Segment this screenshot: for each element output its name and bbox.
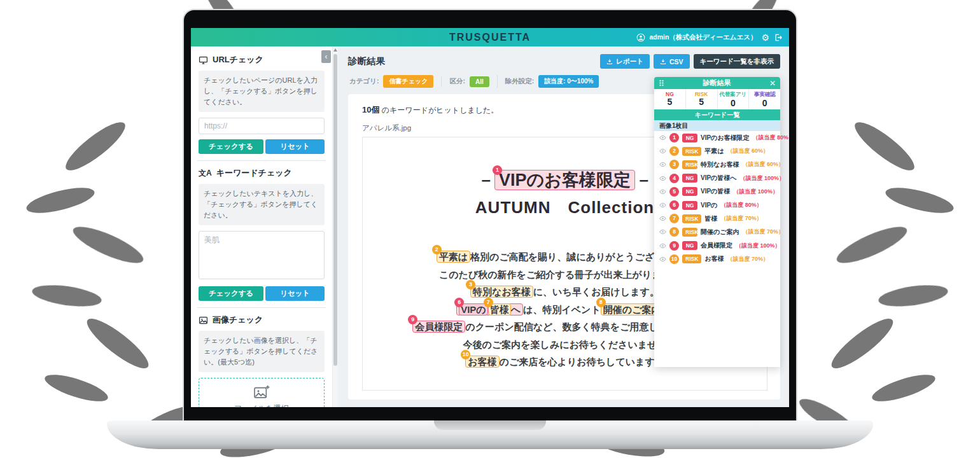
keyword-score: （該当度 60%） <box>727 147 769 155</box>
eye-icon[interactable] <box>659 228 666 235</box>
keyword-text: お客様 <box>704 254 724 263</box>
image-check-description: チェックしたい画像を選択し、「チェックする」ボタンを押してください。(最大5つ迄… <box>199 331 325 372</box>
close-icon[interactable]: ✕ <box>769 80 776 87</box>
user-name: admin（株式会社ディーエムエス） <box>650 33 757 42</box>
keyword-text: 皆様 <box>704 214 717 223</box>
scrollbar-up-arrow[interactable] <box>333 48 337 52</box>
eye-icon[interactable] <box>659 161 666 168</box>
keyword-check-title: キーワードチェック <box>216 167 292 179</box>
keyword-row: 9 NG 会員様限定 （該当度 100%） <box>654 239 780 253</box>
keyword-score: （該当度 100%） <box>736 242 781 250</box>
stat-alternative-value: 0 <box>718 99 749 108</box>
eye-icon[interactable] <box>659 202 666 209</box>
keyword-row: 8 RISK 開催のご案内 （該当度 70%） <box>654 225 780 239</box>
image-icon <box>199 316 208 325</box>
laptop-bezel: TRUSQUETTA admin（株式会社ディーエムエス） ⚙ ‹ <box>183 9 797 422</box>
keyword-score: （該当度 100%） <box>740 174 785 183</box>
keyword-row: 1 NG VIPのお客様限定 （該当度 80%） <box>654 131 780 144</box>
user-icon <box>636 33 645 42</box>
keyword-number: 9 <box>669 241 679 251</box>
keyword-row: 7 RISK 皆様 （該当度 70%） <box>654 212 780 225</box>
eye-icon[interactable] <box>659 175 666 182</box>
keyword-row: 5 NG VIPの皆様 （該当度 100%） <box>654 185 780 198</box>
keyword-text: 開催のご案内 <box>701 228 739 237</box>
type-badge: NG <box>682 201 697 210</box>
type-badge: NG <box>682 174 697 183</box>
csv-button[interactable]: CSV <box>654 54 690 69</box>
eye-icon[interactable] <box>659 148 666 155</box>
sidebar: ‹ URLチェック チェックしたいページのURLを入力し、「チェックする」ボタン… <box>191 46 332 407</box>
url-check-button[interactable]: チェックする <box>199 139 263 154</box>
keyword-check-button[interactable]: チェックする <box>199 286 263 301</box>
sidebar-scrollbar[interactable] <box>332 46 338 407</box>
gear-icon[interactable]: ⚙ <box>761 33 769 42</box>
keyword-badge-1[interactable]: 1 <box>493 165 502 175</box>
keyword-badge-2[interactable]: 2 <box>432 245 442 254</box>
keyword-badge-7[interactable]: 7 <box>484 298 493 307</box>
logout-icon[interactable] <box>774 33 783 42</box>
keyword-badge-6[interactable]: 6 <box>454 298 464 307</box>
keyword-number: 1 <box>669 133 679 142</box>
stat-ng-value: 5 <box>654 97 685 107</box>
keyword-text: VIPの <box>701 201 717 210</box>
image-check-section: 画像チェック チェックしたい画像を選択し、「チェックする」ボタンを押してください… <box>199 314 325 407</box>
division-filter-badge[interactable]: All <box>470 76 489 87</box>
image-group-title: 画像1枚目 <box>654 120 780 131</box>
keyword-score: （該当度 60%） <box>742 160 784 169</box>
eye-icon[interactable] <box>659 215 666 222</box>
exclusion-filter-label: 除外設定: <box>505 77 535 86</box>
type-badge: NG <box>682 134 697 142</box>
url-check-title: URLチェック <box>213 54 263 66</box>
keyword-check-description: チェックしたいテキストを入力し、「チェックする」ボタンを押してください。 <box>199 184 325 225</box>
keyword-reset-button[interactable]: リセット <box>265 286 325 301</box>
translate-icon: 文A <box>199 168 212 179</box>
keyword-text: 平素は <box>704 147 724 156</box>
url-reset-button[interactable]: リセット <box>265 139 325 154</box>
laptop-notch <box>434 420 546 430</box>
panel-title: 診断結果 <box>664 78 769 88</box>
keyword-score: （該当度 100%） <box>733 188 778 196</box>
keyword-check-section: 文A キーワードチェック チェックしたいテキストを入力し、「チェックする」ボタン… <box>199 167 325 301</box>
keyword-score: （該当度 70%） <box>742 228 784 236</box>
type-badge: RISK <box>682 160 697 169</box>
url-check-section: URLチェック チェックしたいページのURLを入力し、「チェックする」ボタンを押… <box>199 54 325 154</box>
keyword-number: 4 <box>669 174 679 183</box>
divider <box>197 160 326 161</box>
sidebar-collapse-button[interactable]: ‹ <box>321 50 331 63</box>
keyword-text: VIPの皆様へ <box>701 174 737 183</box>
keyword-score: （該当度 80%） <box>753 134 789 142</box>
panel-header[interactable]: 診断結果 ✕ <box>654 77 780 89</box>
stat-risk-value: 5 <box>686 97 717 107</box>
category-filter-label: カテゴリ: <box>349 77 379 86</box>
divider <box>197 307 326 308</box>
file-select-label[interactable]: ファイルを選択 <box>203 403 320 407</box>
keyword-score: （該当度 70%） <box>720 214 762 223</box>
eye-icon[interactable] <box>659 256 666 263</box>
keyword-row: 4 NG VIPの皆様へ （該当度 100%） <box>654 172 780 185</box>
url-input[interactable] <box>199 118 325 134</box>
keyword-text: 特別なお客様 <box>701 160 739 169</box>
scrollbar-thumb[interactable] <box>333 54 337 366</box>
keyword-text: VIPのお客様限定 <box>701 134 750 142</box>
exclusion-filter-badge[interactable]: 該当度: 0〜100% <box>538 75 599 88</box>
keyword-row: 3 RISK 特別なお客様 （該当度 60%） <box>654 158 780 171</box>
keyword-number: 7 <box>669 214 679 223</box>
category-filter-badge[interactable]: 信書チェック <box>383 75 433 88</box>
keyword-score: （該当度 70%） <box>727 255 769 263</box>
url-check-description: チェックしたいページのURLを入力し、「チェックする」ボタンを押してください。 <box>199 71 325 112</box>
eye-icon[interactable] <box>659 188 666 195</box>
keyword-number: 10 <box>669 254 679 264</box>
eye-icon[interactable] <box>659 134 666 141</box>
keyword-row: 2 RISK 平素は （該当度 60%） <box>654 144 780 158</box>
keyword-text: VIPの皆様 <box>701 187 730 196</box>
keyword-textarea[interactable] <box>199 231 325 279</box>
image-plus-icon <box>253 385 270 399</box>
file-upload-dropzone[interactable]: ファイルを選択 PNG, JPG, GIF, PDF 30MBまで ※画像内のテ… <box>199 378 325 407</box>
keyword-badge-8[interactable]: 8 <box>596 298 606 307</box>
eye-icon[interactable] <box>659 242 666 249</box>
drag-handle-icon[interactable] <box>659 80 664 87</box>
report-button[interactable]: レポート <box>600 54 650 69</box>
app-header: TRUSQUETTA admin（株式会社ディーエムエス） ⚙ <box>191 28 789 46</box>
keyword-badge-3[interactable]: 3 <box>466 280 475 289</box>
toggle-keyword-list-button[interactable]: キーワード一覧を非表示 <box>694 54 780 69</box>
